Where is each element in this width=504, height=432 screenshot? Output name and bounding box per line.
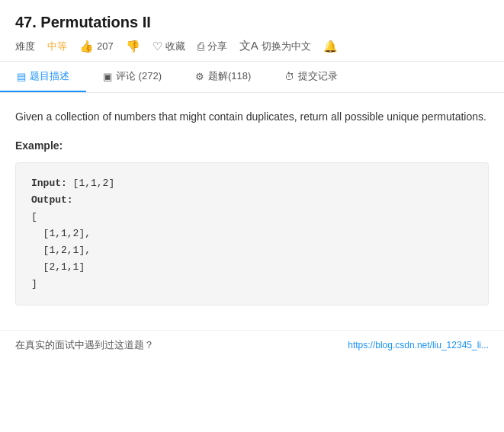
comments-tab-icon: ▣ (103, 71, 112, 82)
footer: 在真实的面试中遇到过这道题？ https://blog.csdn.net/liu… (0, 330, 504, 352)
description-tab-label: 题目描述 (30, 69, 69, 83)
code-line-1: Input: [1,1,2] (31, 175, 473, 192)
code-line-3: [ (31, 209, 473, 226)
tab-description[interactable]: ▤ 题目描述 (0, 62, 86, 92)
share-icon: ⎙ (197, 40, 204, 53)
tab-comments[interactable]: ▣ 评论 (272) (86, 62, 178, 92)
code-line-5: [1,2,1], (31, 242, 473, 259)
content-area: Given a collection of numbers that might… (0, 93, 504, 330)
code-block: Input: [1,1,2] Output: [ [1,1,2], [1,2,1… (15, 162, 489, 306)
description-tab-icon: ▤ (17, 71, 26, 82)
code-line-2: Output: (31, 192, 473, 209)
code-line-4: [1,1,2], (31, 226, 473, 242)
submissions-tab-icon: ⏱ (284, 71, 294, 82)
share-button[interactable]: ⎙ 分享 (197, 40, 227, 53)
share-label: 分享 (207, 40, 227, 53)
input-keyword: Input: (31, 178, 67, 189)
problem-title: 47. Permutations II (15, 14, 489, 31)
meta-row: 难度 中等 👍 207 👎 ♡ 收藏 ⎙ 分享 文A 切换为中文 🔔 (15, 39, 489, 53)
footer-question-text: 在真实的面试中遇到过这道题？ (15, 338, 154, 352)
comments-tab-label: 评论 (272) (116, 69, 162, 83)
problem-description: Given a collection of numbers that might… (15, 108, 489, 125)
code-line-6: [2,1,1] (31, 259, 473, 276)
collect-button[interactable]: ♡ 收藏 (152, 40, 185, 53)
thumbs-down-icon: 👎 (126, 40, 140, 53)
solutions-tab-label: 题解(118) (208, 69, 251, 83)
dislike-button[interactable]: 👎 (126, 40, 140, 53)
code-line-7: ] (31, 276, 473, 293)
difficulty-value: 中等 (47, 40, 67, 53)
translate-icon: 文A (239, 39, 258, 53)
submissions-tab-label: 提交记录 (298, 69, 338, 83)
translate-label: 切换为中文 (262, 40, 311, 53)
like-button[interactable]: 👍 207 (79, 40, 114, 53)
difficulty-label: 难度 (15, 40, 35, 53)
tab-solutions[interactable]: ⚙ 题解(118) (178, 62, 268, 92)
output-keyword: Output: (31, 194, 73, 206)
bell-icon: 🔔 (323, 40, 338, 53)
header: 47. Permutations II 难度 中等 👍 207 👎 ♡ 收藏 ⎙… (0, 0, 504, 62)
tab-submissions[interactable]: ⏱ 提交记录 (268, 62, 355, 92)
solutions-tab-icon: ⚙ (195, 71, 204, 82)
heart-icon: ♡ (152, 40, 162, 53)
collect-label: 收藏 (165, 40, 185, 53)
example-label: Example: (15, 137, 489, 154)
thumbs-up-icon: 👍 (79, 40, 94, 53)
footer-link[interactable]: https://blog.csdn.net/liu_12345_li... (348, 340, 489, 350)
like-count: 207 (97, 40, 114, 52)
bell-button[interactable]: 🔔 (323, 40, 338, 53)
translate-button[interactable]: 文A 切换为中文 (239, 39, 311, 53)
tabs: ▤ 题目描述 ▣ 评论 (272) ⚙ 题解(118) ⏱ 提交记录 (0, 62, 504, 93)
